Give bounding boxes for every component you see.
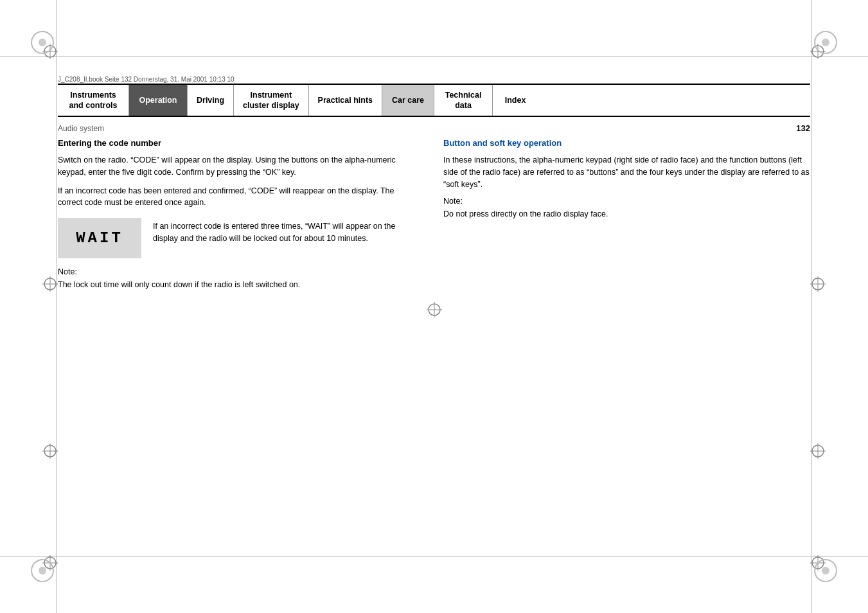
nav-item-practical-hints[interactable]: Practical hints (309, 85, 382, 116)
svg-point-29 (39, 567, 46, 574)
wait-display: WAIT (58, 218, 141, 258)
wait-description: If an incorrect code is entered three ti… (153, 218, 418, 245)
left-note-text: The lock out time will only count down i… (58, 279, 418, 291)
file-info: J_C208_II.book Seite 132 Donnerstag, 31.… (58, 76, 235, 83)
content-area: Entering the code number Switch on the r… (58, 138, 810, 574)
horizontal-rule-top (0, 57, 868, 57)
reg-mark-mid-left-bottom (42, 443, 58, 459)
nav-item-driving[interactable]: Driving (188, 85, 233, 116)
vertical-rule-left (57, 0, 57, 613)
reg-mark-mid-right-bottom (810, 443, 826, 459)
left-para2: If an incorrect code has been entered an… (58, 185, 418, 209)
reg-mark-mid-left-top (42, 276, 58, 292)
svg-point-27 (822, 39, 829, 46)
section-title: Audio system (58, 124, 104, 133)
left-column: Entering the code number Switch on the r… (58, 138, 418, 574)
corner-circle-br (813, 558, 838, 583)
navigation-bar: Instruments and controls Operation Drivi… (58, 84, 810, 117)
nav-item-technical-data[interactable]: Technical data (434, 85, 492, 116)
nav-item-operation[interactable]: Operation (129, 85, 187, 116)
right-heading: Button and soft key operation (443, 138, 810, 148)
section-header: Audio system 132 (58, 123, 810, 136)
left-para1: Switch on the radio. “CODE” will appear … (58, 154, 418, 179)
corner-circle-tl (30, 30, 55, 55)
right-column: Button and soft key operation In these i… (443, 138, 810, 574)
vertical-rule-right (811, 0, 811, 613)
nav-item-instrument-cluster-display[interactable]: Instrument cluster display (234, 85, 308, 116)
wait-box-row: WAIT If an incorrect code is entered thr… (58, 218, 418, 258)
page-number: 132 (796, 123, 810, 133)
left-heading: Entering the code number (58, 138, 418, 148)
svg-point-31 (822, 567, 829, 574)
nav-item-car-care[interactable]: Car care (382, 85, 434, 116)
corner-circle-tr (813, 30, 838, 55)
right-note-label: Note: (443, 197, 810, 206)
nav-item-index[interactable]: Index (493, 85, 538, 116)
nav-item-instruments-and-controls[interactable]: Instruments and controls (58, 85, 128, 116)
corner-circle-bl (30, 558, 55, 583)
left-note-label: Note: (58, 267, 418, 276)
right-note-text: Do not press directly on the radio displ… (443, 208, 810, 220)
svg-point-25 (39, 39, 46, 46)
reg-mark-mid-right-top (810, 276, 826, 292)
right-para1: In these instructions, the alpha-numeric… (443, 154, 810, 190)
